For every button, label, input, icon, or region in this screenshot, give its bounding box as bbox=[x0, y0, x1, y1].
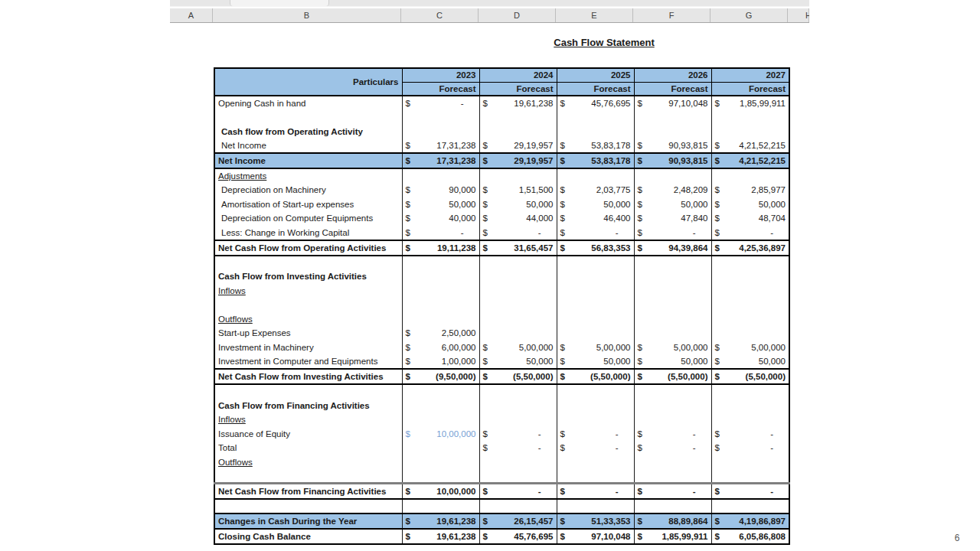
money-cell[interactable]: $10,00,000 bbox=[402, 427, 479, 442]
row-label-cell[interactable]: Start-up Expenses bbox=[214, 326, 402, 341]
money-cell[interactable]: $17,31,238 bbox=[402, 139, 479, 153]
money-cell[interactable] bbox=[634, 256, 711, 270]
money-cell[interactable]: $97,10,048 bbox=[634, 96, 711, 110]
money-cell[interactable]: $53,83,178 bbox=[557, 153, 634, 168]
row-label-cell[interactable] bbox=[214, 110, 402, 125]
money-cell[interactable]: $50,000 bbox=[634, 354, 711, 369]
money-cell[interactable] bbox=[634, 312, 711, 327]
money-cell[interactable]: $50,000 bbox=[634, 197, 711, 212]
money-cell[interactable] bbox=[402, 412, 479, 427]
money-cell[interactable] bbox=[402, 384, 479, 399]
money-cell[interactable]: $- bbox=[711, 484, 789, 500]
money-cell[interactable]: $(9,50,000) bbox=[402, 369, 479, 384]
money-cell[interactable]: $(5,50,000) bbox=[479, 369, 557, 384]
money-cell[interactable] bbox=[634, 399, 711, 413]
money-cell[interactable]: $40,000 bbox=[402, 211, 479, 226]
money-cell[interactable] bbox=[402, 469, 479, 484]
money-cell[interactable] bbox=[634, 455, 711, 470]
column-header-b[interactable]: B bbox=[213, 8, 401, 22]
money-cell[interactable] bbox=[479, 499, 557, 514]
money-cell[interactable] bbox=[557, 455, 634, 470]
column-header-c[interactable]: C bbox=[401, 8, 479, 22]
money-cell[interactable]: $50,000 bbox=[557, 197, 634, 212]
money-cell[interactable] bbox=[557, 326, 634, 341]
money-cell[interactable] bbox=[557, 125, 634, 139]
money-cell[interactable]: $19,61,238 bbox=[402, 529, 479, 544]
money-cell[interactable]: $44,000 bbox=[479, 211, 557, 226]
money-cell[interactable] bbox=[711, 399, 789, 413]
money-cell[interactable]: $50,000 bbox=[557, 354, 634, 369]
row-label-cell[interactable]: Net Income bbox=[214, 139, 402, 153]
money-cell[interactable] bbox=[402, 256, 479, 270]
money-cell[interactable]: $17,31,238 bbox=[402, 153, 479, 168]
money-cell[interactable]: $5,00,000 bbox=[634, 341, 711, 355]
column-header-h[interactable]: H bbox=[788, 8, 809, 22]
money-cell[interactable]: $4,19,86,897 bbox=[711, 514, 789, 529]
money-cell[interactable]: $5,00,000 bbox=[557, 341, 634, 355]
particulars-header-cell[interactable]: Particulars bbox=[214, 68, 402, 96]
money-cell[interactable] bbox=[711, 298, 789, 312]
money-cell[interactable] bbox=[402, 455, 479, 470]
row-label-cell[interactable]: Outflows bbox=[214, 312, 402, 327]
row-label-cell[interactable]: Cash flow from Operating Activity bbox=[214, 125, 402, 139]
money-cell[interactable]: $- bbox=[634, 441, 711, 455]
row-label-cell[interactable]: Adjustments bbox=[214, 168, 402, 183]
money-cell[interactable] bbox=[402, 441, 479, 455]
money-cell[interactable] bbox=[634, 384, 711, 399]
row-label-cell[interactable]: Investment in Computer and Equipments bbox=[214, 354, 402, 369]
money-cell[interactable] bbox=[557, 399, 634, 413]
money-cell[interactable] bbox=[402, 298, 479, 312]
money-cell[interactable]: $2,85,977 bbox=[711, 183, 789, 197]
money-cell[interactable]: $29,19,957 bbox=[479, 153, 557, 168]
money-cell[interactable] bbox=[557, 469, 634, 484]
money-cell[interactable]: $(5,50,000) bbox=[711, 369, 789, 384]
money-cell[interactable]: $- bbox=[711, 226, 789, 240]
money-cell[interactable] bbox=[479, 298, 557, 312]
money-cell[interactable]: $- bbox=[479, 441, 557, 455]
money-cell[interactable]: $- bbox=[402, 226, 479, 240]
money-cell[interactable]: $- bbox=[479, 226, 557, 240]
money-cell[interactable] bbox=[634, 284, 711, 298]
money-cell[interactable] bbox=[479, 110, 557, 125]
money-cell[interactable] bbox=[479, 455, 557, 470]
money-cell[interactable]: $53,83,178 bbox=[557, 139, 634, 153]
money-cell[interactable] bbox=[479, 256, 557, 270]
money-cell[interactable] bbox=[711, 499, 789, 514]
row-label-cell[interactable]: Depreciation on Machinery bbox=[214, 183, 402, 197]
money-cell[interactable]: $50,000 bbox=[479, 197, 557, 212]
money-cell[interactable]: $1,85,99,911 bbox=[634, 529, 711, 544]
money-cell[interactable] bbox=[711, 469, 789, 484]
money-cell[interactable]: $- bbox=[711, 427, 789, 442]
money-cell[interactable]: $19,11,238 bbox=[402, 240, 479, 256]
money-cell[interactable] bbox=[634, 499, 711, 514]
money-cell[interactable] bbox=[711, 412, 789, 427]
column-header-e[interactable]: E bbox=[556, 8, 633, 22]
money-cell[interactable] bbox=[402, 399, 479, 413]
money-cell[interactable] bbox=[402, 110, 479, 125]
money-cell[interactable]: $- bbox=[711, 441, 789, 455]
row-label-cell[interactable]: Depreciation on Computer Equipments bbox=[214, 211, 402, 226]
row-label-cell[interactable]: Closing Cash Balance bbox=[214, 529, 402, 544]
column-header-g[interactable]: G bbox=[710, 8, 788, 22]
row-label-cell[interactable] bbox=[214, 499, 402, 514]
money-cell[interactable]: $50,000 bbox=[402, 197, 479, 212]
money-cell[interactable]: $10,00,000 bbox=[402, 484, 479, 500]
money-cell[interactable] bbox=[402, 499, 479, 514]
money-cell[interactable]: $50,000 bbox=[711, 197, 789, 212]
money-cell[interactable] bbox=[479, 412, 557, 427]
forecast-header-cell[interactable]: Forecast bbox=[711, 82, 789, 96]
money-cell[interactable] bbox=[711, 256, 789, 270]
money-cell[interactable] bbox=[711, 269, 789, 284]
money-cell[interactable] bbox=[402, 312, 479, 327]
money-cell[interactable]: $47,840 bbox=[634, 211, 711, 226]
money-cell[interactable] bbox=[634, 412, 711, 427]
money-cell[interactable]: $50,000 bbox=[479, 354, 557, 369]
money-cell[interactable]: $2,48,209 bbox=[634, 183, 711, 197]
money-cell[interactable]: $- bbox=[557, 484, 634, 500]
column-header-d[interactable]: D bbox=[479, 8, 556, 22]
money-cell[interactable] bbox=[557, 110, 634, 125]
row-label-cell[interactable]: Opening Cash in hand bbox=[214, 96, 402, 110]
money-cell[interactable] bbox=[479, 284, 557, 298]
money-cell[interactable]: $50,000 bbox=[711, 354, 789, 369]
money-cell[interactable] bbox=[479, 168, 557, 183]
